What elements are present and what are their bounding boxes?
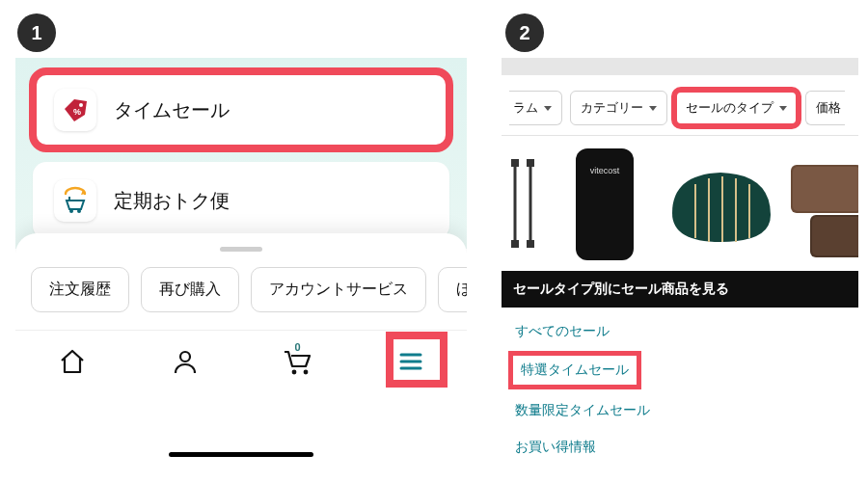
svg-text:vitecost: vitecost [590,166,620,175]
subscribe-save-icon [54,179,96,222]
chip-more[interactable]: ほ [438,267,467,312]
sale-type-bargain[interactable]: お買い得情報 [503,429,856,466]
menu-item-label: タイムセール [114,97,230,123]
quick-access-panel: % タイムセール 定期おトク便 [15,58,467,249]
filter-price[interactable]: 価格 [805,91,845,125]
bottom-sheet: 注文履歴 再び購入 アカウントサービス ほ 0 [15,233,467,463]
chip-account[interactable]: アカウントサービス [251,267,426,312]
svg-rect-23 [793,167,858,211]
cart-count: 0 [294,341,300,353]
chevron-down-icon [544,106,552,111]
svg-point-6 [291,369,296,374]
svg-point-4 [77,209,81,213]
chip-label: ほ [456,281,467,297]
step-badge-1: 1 [17,13,56,52]
deals-screenshot-right: ラム カテゴリー セールのタイプ 価格 vitecost セールタイプ別にセール… [502,58,858,463]
phone-screenshot-left: % タイムセール 定期おトク便 注文履歴 再び購入 アカウントサー [15,58,467,463]
link-label: 特選タイムセール [521,362,629,377]
filter-program[interactable]: ラム [509,91,562,125]
step-number: 1 [31,22,41,44]
sale-type-special-timesale[interactable]: 特選タイムセール [513,356,637,385]
svg-rect-14 [527,240,534,248]
home-indicator [169,452,313,457]
sale-type-limited[interactable]: 数量限定タイムセール [503,392,856,429]
svg-point-5 [180,352,190,362]
nav-account[interactable] [162,338,208,385]
chip-label: 再び購入 [159,281,221,297]
menu-item-timesale[interactable]: % タイムセール [33,71,449,148]
menu-item-label: 定期おトク便 [114,188,230,214]
product-card-case[interactable] [658,136,783,271]
browser-chrome-strip [502,58,858,75]
highlight-box-menu [386,332,448,388]
link-label: お買い得情報 [515,439,596,454]
sale-type-list: すべてのセール 特選タイムセール 数量限定タイムセール お買い得情報 [502,308,858,471]
quick-links-row: 注文履歴 再び購入 アカウントサービス ほ [15,267,467,330]
sale-type-all[interactable]: すべてのセール [503,313,856,350]
chip-buy-again[interactable]: 再び購入 [141,267,239,312]
user-icon [171,347,200,376]
home-icon [58,347,87,376]
tag-percent-icon: % [54,89,96,131]
chevron-down-icon [779,106,787,111]
chip-label: アカウントサービス [269,281,408,297]
filter-sale-type[interactable]: セールのタイプ [675,91,798,125]
filter-label: 価格 [816,99,841,117]
chip-label: 注文履歴 [49,281,111,297]
svg-rect-12 [527,159,534,167]
product-powerbank[interactable]: vitecost [552,136,658,271]
nav-cart[interactable]: 0 [275,338,321,385]
step-number: 2 [519,22,529,44]
chevron-down-icon [649,106,657,111]
svg-rect-11 [511,159,519,167]
chip-orders[interactable]: 注文履歴 [31,267,129,312]
product-wallet[interactable] [783,136,858,271]
svg-point-3 [69,209,73,213]
svg-text:%: % [73,107,81,117]
filter-label: ラム [513,99,538,117]
link-label: すべてのセール [515,323,610,338]
nav-home[interactable] [49,338,95,385]
svg-rect-25 [812,217,858,255]
filter-category[interactable]: カテゴリー [570,91,667,125]
section-header: セールタイプ別にセール商品を見る [502,271,858,308]
svg-point-7 [303,369,308,374]
product-cable[interactable] [502,136,552,271]
svg-rect-13 [511,240,519,248]
sheet-grabber[interactable] [220,247,262,252]
product-carousel[interactable]: vitecost [502,136,858,271]
step-badge-2: 2 [505,13,544,52]
filter-label: カテゴリー [581,99,643,117]
filter-bar: ラム カテゴリー セールのタイプ 価格 [502,81,858,136]
link-label: 数量限定タイムセール [515,402,650,417]
bottom-nav: 0 [15,330,467,391]
filter-label: セールのタイプ [686,99,773,117]
section-title: セールタイプ別にセール商品を見る [513,281,729,296]
menu-item-subscribe-save[interactable]: 定期おトク便 [33,162,449,239]
